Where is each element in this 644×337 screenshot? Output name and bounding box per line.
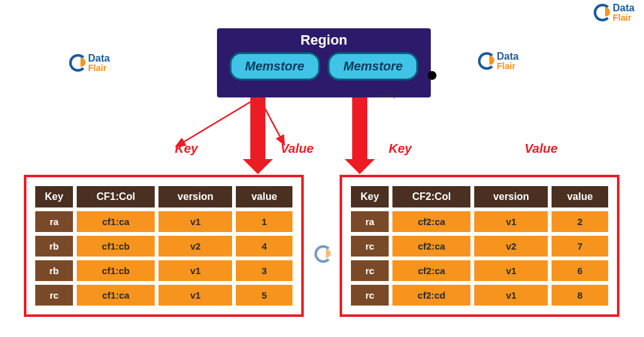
cell-data: v1: [158, 260, 232, 281]
dataflair-logo: DataFlair: [69, 53, 110, 72]
dataflair-logo: DataFlair: [594, 3, 635, 22]
cell-data: cf1:ca: [77, 285, 155, 306]
logo-text-bottom: Flair: [497, 62, 519, 70]
cell-data: v2: [474, 236, 548, 257]
cell-data: cf2:ca: [392, 211, 470, 232]
th-version: version: [474, 186, 548, 207]
cell-data: 3: [236, 260, 292, 281]
cell-key: ra: [35, 211, 73, 232]
table-row: rccf2:cav27: [351, 236, 608, 257]
memstore-right: Memstore: [328, 52, 418, 80]
logo-text-bottom: Flair: [88, 64, 110, 72]
cell-data: cf2:ca: [392, 236, 470, 257]
cell-data: 2: [552, 211, 608, 232]
cell-data: 5: [236, 285, 292, 306]
startkey-label: startKey: [377, 93, 396, 99]
logo-text-bottom: Flair: [613, 13, 635, 22]
cell-data: v1: [158, 211, 232, 232]
th-key: Key: [351, 186, 389, 207]
th-cfcol: CF1:Col: [77, 186, 155, 207]
th-value: value: [552, 186, 608, 207]
logo-icon: [478, 52, 496, 70]
table-row: rccf2:cav16: [351, 260, 608, 281]
cell-data: 7: [552, 236, 608, 257]
logo-icon: [314, 245, 332, 263]
table-left: Key CF1:Col version value racf1:cav11rbc…: [31, 182, 296, 309]
region-title: Region: [225, 32, 423, 48]
cell-key: rb: [35, 236, 73, 257]
connector-dot: [428, 71, 436, 80]
cell-key: rc: [351, 236, 389, 257]
th-version: version: [158, 186, 232, 207]
dataflair-logo-watermark: [314, 245, 332, 263]
logo-text-top: Data: [613, 3, 635, 13]
th-key: Key: [35, 186, 73, 207]
label-value-left: Value: [280, 141, 314, 156]
th-cfcol: CF2:Col: [392, 186, 470, 207]
cell-data: v1: [158, 285, 232, 306]
table-right: Key CF2:Col version value racf2:cav12rcc…: [347, 182, 612, 309]
svg-line-1: [259, 97, 284, 145]
cell-key: rb: [35, 260, 73, 281]
table-left-container: Key CF1:Col version value racf1:cav11rbc…: [24, 175, 304, 317]
cell-key: rc: [351, 285, 389, 306]
table-row: rbcf1:cbv13: [35, 260, 292, 281]
label-value-right: Value: [525, 141, 558, 156]
cell-data: cf1:ca: [77, 211, 155, 232]
cell-data: 6: [552, 260, 608, 281]
table-right-container: Key CF2:Col version value racf2:cav12rcc…: [340, 175, 619, 317]
label-key-left: Key: [175, 141, 198, 156]
cell-data: 4: [236, 236, 292, 257]
cell-key: rc: [35, 285, 73, 306]
cell-data: v1: [474, 211, 548, 232]
table-row: racf1:cav11: [35, 211, 292, 232]
cell-data: 1: [236, 211, 292, 232]
logo-text-top: Data: [497, 52, 519, 62]
memstore-left: Memstore: [230, 52, 320, 80]
arrow-memstore-to-table-right: [352, 97, 367, 160]
table-row: racf2:cav12: [351, 211, 608, 232]
table-row: rccf1:cav15: [35, 285, 292, 306]
region-box: Region Memstore Memstore: [217, 28, 431, 97]
cell-data: 8: [552, 285, 608, 306]
cell-key: rc: [351, 260, 389, 281]
cell-data: v2: [158, 236, 232, 257]
table-row: rbcf1:cbv24: [35, 236, 292, 257]
svg-line-0: [176, 97, 258, 146]
logo-icon: [594, 4, 611, 21]
cell-key: ra: [351, 211, 389, 232]
cell-data: cf1:cb: [77, 260, 155, 281]
cell-data: cf1:cb: [77, 236, 155, 257]
dataflair-logo: DataFlair: [478, 52, 519, 70]
th-value: value: [236, 186, 292, 207]
table-row: rccf2:cdv18: [351, 285, 608, 306]
cell-data: v1: [474, 285, 548, 306]
label-key-right: Key: [389, 141, 412, 156]
logo-icon: [69, 54, 87, 72]
logo-text-top: Data: [88, 53, 110, 64]
cell-data: cf2:cd: [392, 285, 470, 306]
cell-data: cf2:ca: [392, 260, 470, 281]
cell-data: v1: [474, 260, 548, 281]
